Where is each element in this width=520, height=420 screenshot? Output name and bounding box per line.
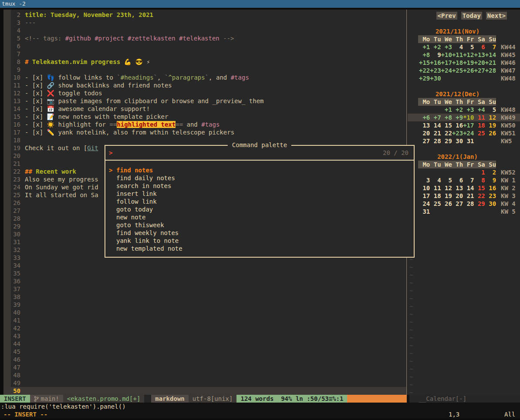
- calendar-day[interactable]: +29: [419, 74, 430, 82]
- calendar-day[interactable]: 30: [452, 137, 463, 145]
- calendar-day[interactable]: 5: [463, 43, 474, 51]
- calendar-day[interactable]: +8: [441, 114, 452, 121]
- calendar-day[interactable]: +3: [463, 106, 474, 114]
- calendar-day[interactable]: +3: [441, 43, 452, 51]
- calendar-day[interactable]: 5: [441, 176, 452, 184]
- calendar-day[interactable]: +24: [441, 67, 452, 74]
- calendar-day[interactable]: 27: [419, 137, 430, 145]
- calendar-day[interactable]: 11: [430, 184, 441, 192]
- calendar-day[interactable]: +10: [441, 51, 452, 59]
- calendar-day[interactable]: 4: [430, 176, 441, 184]
- calendar-day[interactable]: +21: [485, 59, 496, 67]
- next-month-button[interactable]: Next>: [486, 12, 507, 20]
- calendar-day[interactable]: 19: [441, 192, 452, 200]
- prev-month-button[interactable]: <Prev: [436, 12, 457, 20]
- calendar-day[interactable]: 5: [485, 106, 496, 114]
- calendar-day[interactable]: 16: [452, 121, 463, 129]
- calendar-day[interactable]: +11: [452, 51, 463, 59]
- calendar-day[interactable]: +17: [441, 59, 452, 67]
- palette-item-follow-link[interactable]: follow link: [105, 198, 414, 205]
- calendar-day[interactable]: 1: [474, 168, 485, 176]
- today-button[interactable]: Today: [461, 12, 482, 20]
- palette-item-insert-link[interactable]: insert link: [105, 190, 414, 198]
- calendar-day[interactable]: +16: [430, 59, 441, 67]
- calendar-day[interactable]: 7: [463, 176, 474, 184]
- palette-item-find-weekly-notes[interactable]: find weekly notes: [105, 229, 414, 237]
- calendar-day[interactable]: 26: [485, 129, 496, 137]
- command-line[interactable]: :lua require('telekasten').panel(): [0, 403, 520, 410]
- calendar-day[interactable]: 13: [452, 184, 463, 192]
- calendar-day[interactable]: 12: [441, 184, 452, 192]
- calendar-day[interactable]: 12: [485, 114, 496, 121]
- calendar-day[interactable]: +9: [452, 114, 463, 121]
- calendar-day[interactable]: 10: [419, 184, 430, 192]
- calendar-day[interactable]: +8: [419, 51, 430, 59]
- calendar-day[interactable]: 16: [485, 184, 496, 192]
- calendar-day[interactable]: 6: [452, 176, 463, 184]
- calendar-day[interactable]: 29: [474, 200, 485, 208]
- calendar-day[interactable]: 18: [474, 121, 485, 129]
- calendar-day[interactable]: 3: [419, 176, 430, 184]
- calendar-day[interactable]: 22: [441, 129, 452, 137]
- calendar-day[interactable]: 14: [430, 121, 441, 129]
- calendar-day[interactable]: +18: [452, 59, 463, 67]
- calendar-day[interactable]: 28: [430, 137, 441, 145]
- calendar-day[interactable]: 31: [463, 137, 474, 145]
- calendar-day[interactable]: 15: [474, 184, 485, 192]
- calendar-day[interactable]: +14: [485, 51, 496, 59]
- calendar-day[interactable]: +19: [463, 59, 474, 67]
- calendar-day[interactable]: +2: [430, 43, 441, 51]
- calendar-day[interactable]: +15: [419, 59, 430, 67]
- palette-item-search-in-notes[interactable]: search in notes: [105, 182, 414, 190]
- palette-item-find-daily-notes[interactable]: find daily notes: [105, 174, 414, 182]
- calendar-day[interactable]: +23: [430, 67, 441, 74]
- calendar-day[interactable]: 30: [485, 200, 496, 208]
- calendar-day[interactable]: 28: [463, 200, 474, 208]
- calendar-day[interactable]: +22: [419, 67, 430, 74]
- calendar-day[interactable]: +26: [463, 67, 474, 74]
- calendar-day[interactable]: +1: [441, 106, 452, 114]
- calendar-day[interactable]: 27: [452, 200, 463, 208]
- calendar-day[interactable]: 15: [441, 121, 452, 129]
- calendar-day[interactable]: +1: [419, 43, 430, 51]
- calendar-day[interactable]: 19: [485, 121, 496, 129]
- calendar-day[interactable]: +20: [474, 59, 485, 67]
- palette-item-new-templated-note[interactable]: new templated note: [105, 245, 414, 252]
- calendar-day[interactable]: +7: [430, 114, 441, 121]
- calendar-day[interactable]: 21: [463, 192, 474, 200]
- calendar-day[interactable]: +17: [463, 121, 474, 129]
- calendar-day[interactable]: 11: [474, 114, 485, 121]
- palette-item-new-note[interactable]: new note: [105, 213, 414, 221]
- palette-item-goto-today[interactable]: goto today: [105, 205, 414, 213]
- calendar-day[interactable]: 24: [419, 200, 430, 208]
- calendar-day[interactable]: +24: [463, 129, 474, 137]
- calendar-day[interactable]: 2: [485, 168, 496, 176]
- palette-item-find-notes[interactable]: >find notes: [105, 166, 414, 174]
- calendar-day[interactable]: 26: [441, 200, 452, 208]
- calendar-day[interactable]: 8: [474, 176, 485, 184]
- calendar-day[interactable]: 22: [474, 192, 485, 200]
- calendar-day[interactable]: 25: [430, 200, 441, 208]
- calendar-day[interactable]: +2: [452, 106, 463, 114]
- calendar-day[interactable]: 6: [474, 43, 485, 51]
- calendar-day[interactable]: +27: [474, 67, 485, 74]
- calendar-day[interactable]: 29: [441, 137, 452, 145]
- calendar-day[interactable]: 20: [452, 192, 463, 200]
- calendar-day[interactable]: +28: [485, 67, 496, 74]
- calendar-day[interactable]: 17: [419, 192, 430, 200]
- calendar-day[interactable]: 21: [430, 129, 441, 137]
- calendar-day[interactable]: +25: [452, 67, 463, 74]
- calendar-day[interactable]: 9: [485, 176, 496, 184]
- palette-item-yank-link-to-note[interactable]: yank link to note: [105, 237, 414, 245]
- calendar-day[interactable]: +4: [474, 106, 485, 114]
- calendar-day[interactable]: +23: [452, 129, 463, 137]
- calendar-day[interactable]: +30: [430, 74, 441, 82]
- calendar-day[interactable]: 25: [474, 129, 485, 137]
- calendar-day[interactable]: 7: [485, 43, 496, 51]
- calendar-day[interactable]: +12: [463, 51, 474, 59]
- calendar-day[interactable]: 13: [419, 121, 430, 129]
- calendar-day[interactable]: 20: [419, 129, 430, 137]
- calendar-day[interactable]: +13: [474, 51, 485, 59]
- calendar-day[interactable]: *10: [463, 114, 474, 121]
- calendar-day[interactable]: 23: [485, 192, 496, 200]
